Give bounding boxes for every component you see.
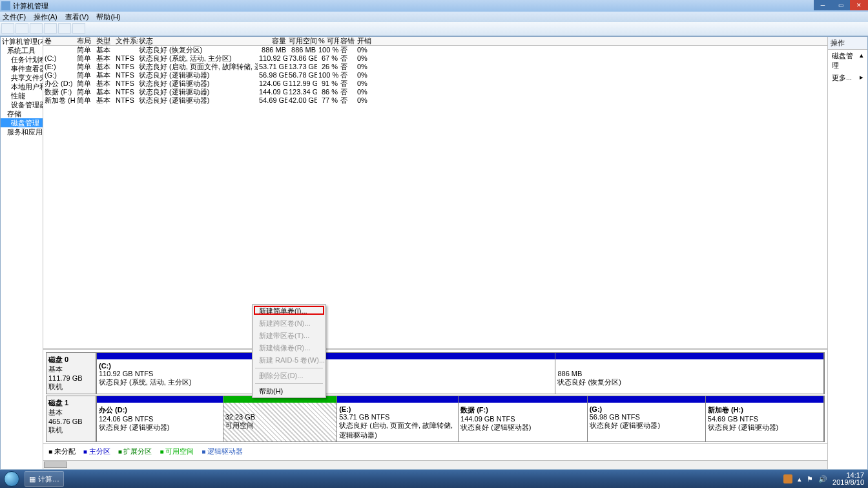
d1p1d: 状态良好 (逻辑驱动器) bbox=[99, 423, 169, 431]
title-bar: 计算机管理 bbox=[0, 0, 868, 12]
disk1-info[interactable]: 磁盘 1 基本 465.76 GB 联机 bbox=[46, 396, 96, 442]
volume-row[interactable]: (C:)简单基本NTFS状态良好 (系统, 活动, 主分区)110.92 GB7… bbox=[43, 54, 827, 63]
tree-storage[interactable]: 存储 bbox=[1, 109, 43, 118]
tree-local-users[interactable]: 本地用户和 bbox=[1, 82, 43, 91]
col-overhead[interactable]: 开销 bbox=[356, 37, 375, 45]
cell-fs bbox=[114, 46, 138, 54]
disk-row-0: 磁盘 0 基本 111.79 GB 联机 (C:) 110.92 GB NTFS… bbox=[46, 352, 825, 394]
disk0-part-recovery[interactable]: 886 MB 状态良好 (恢复分区) bbox=[555, 353, 824, 394]
toolbar-forward[interactable] bbox=[16, 23, 28, 34]
disk1-state: 联机 bbox=[48, 426, 63, 434]
tray-flag-icon[interactable]: ⚑ bbox=[807, 475, 813, 483]
disk1-part-e[interactable]: (E:) 53.71 GB NTFS 状态良好 (启动, 页面文件, 故障转储,… bbox=[337, 396, 459, 441]
logical-bar-icon bbox=[337, 396, 458, 403]
tree-root[interactable]: 计算机管理(本 bbox=[1, 37, 43, 46]
disk1-part-g[interactable]: (G:) 56.98 GB NTFS 状态良好 (逻辑驱动器) bbox=[588, 396, 706, 441]
menu-action[interactable]: 操作(A) bbox=[34, 12, 57, 22]
ctx-new-simple-volume[interactable]: 新建简单卷(I)... bbox=[253, 305, 326, 317]
cell-ovh: 0% bbox=[356, 54, 375, 63]
tray-chevron-icon[interactable]: ▴ bbox=[798, 475, 801, 483]
disk1-name: 磁盘 1 bbox=[48, 399, 68, 407]
toolbar-help[interactable] bbox=[58, 23, 71, 34]
tree-system-tools[interactable]: 系统工具 bbox=[1, 46, 43, 55]
disk-row-1: 磁盘 1 基本 465.76 GB 联机 办公 (D:) 124.06 GB N… bbox=[46, 396, 825, 442]
app-small-icon: ▦ bbox=[29, 475, 36, 483]
col-volume[interactable]: 卷 bbox=[43, 37, 76, 45]
disk0-part-c[interactable]: (C:) 110.92 GB NTFS 状态良好 (系统, 活动, 主分区) bbox=[97, 353, 555, 394]
tree-performance[interactable]: 性能 bbox=[1, 91, 43, 100]
cell-sts: 状态良好 (逻辑驱动器) bbox=[138, 80, 258, 88]
d1p5s: 56.98 GB NTFS bbox=[590, 413, 640, 421]
graphical-view: 磁盘 0 基本 111.79 GB 联机 (C:) 110.92 GB NTFS… bbox=[43, 348, 827, 460]
system-tray[interactable]: ▴ ⚑ 🔊 14:17 2019/8/10 bbox=[780, 472, 868, 486]
ctx-delete-partition: 删除分区(D)... bbox=[253, 370, 326, 382]
taskbar[interactable]: ▦ 计算… ▴ ⚑ 🔊 14:17 2019/8/10 bbox=[0, 470, 868, 488]
disk1-part-d[interactable]: 办公 (D:) 124.06 GB NTFS 状态良好 (逻辑驱动器) bbox=[97, 396, 223, 441]
col-fault[interactable]: 容错 bbox=[339, 37, 356, 45]
cell-fs: NTFS bbox=[114, 54, 138, 63]
d1p4t: 数据 (F:) bbox=[460, 406, 488, 414]
volume-row[interactable]: 简单基本状态良好 (恢复分区)886 MB886 MB100 %否0% bbox=[43, 46, 827, 54]
col-type[interactable]: 类型 bbox=[95, 37, 114, 45]
col-free[interactable]: 可用空间 bbox=[287, 37, 317, 45]
col-status[interactable]: 状态 bbox=[138, 37, 258, 45]
disk0-type: 基本 bbox=[48, 365, 63, 373]
menu-help[interactable]: 帮助(H) bbox=[96, 12, 120, 22]
menu-view[interactable]: 查看(V) bbox=[65, 12, 89, 22]
col-filesystem[interactable]: 文件系统 bbox=[114, 37, 138, 45]
volume-row[interactable]: (E:)简单基本NTFS状态良好 (启动, 页面文件, 故障转储, 逻辑驱动器)… bbox=[43, 63, 827, 71]
toolbar-view[interactable] bbox=[72, 23, 85, 34]
volume-row[interactable]: (G:)简单基本NTFS状态良好 (逻辑驱动器)56.98 GB56.78 GB… bbox=[43, 71, 827, 80]
cell-pct: 100 % bbox=[317, 46, 339, 54]
start-button[interactable] bbox=[0, 470, 23, 488]
tree-services-apps[interactable]: 服务和应用程 bbox=[1, 127, 43, 136]
toolbar-up[interactable] bbox=[30, 23, 43, 34]
h-scrollbar[interactable] bbox=[43, 460, 827, 469]
col-capacity[interactable]: 容量 bbox=[258, 37, 287, 45]
volume-list[interactable]: 简单基本状态良好 (恢复分区)886 MB886 MB100 %否0%(C:)简… bbox=[43, 46, 827, 105]
volume-row[interactable]: 数据 (F:)简单基本NTFS状态良好 (逻辑驱动器)144.09 GB123.… bbox=[43, 88, 827, 96]
tree-shared-folders[interactable]: 共享文件夹 bbox=[1, 73, 43, 82]
d1p6d: 状态良好 (逻辑驱动器) bbox=[708, 423, 778, 431]
nav-tree[interactable]: 计算机管理(本 系统工具 任务计划程 事件查看器 共享文件夹 本地用户和 性能 … bbox=[1, 37, 43, 469]
action-more[interactable]: 更多...▸ bbox=[828, 72, 867, 84]
volume-row[interactable]: 新加卷 (H:)简单基本NTFS状态良好 (逻辑驱动器)54.69 GB42.0… bbox=[43, 96, 827, 105]
cell-vol: 数据 (F:) bbox=[43, 88, 76, 96]
tray-sogou-icon[interactable] bbox=[783, 474, 792, 483]
tree-task-scheduler[interactable]: 任务计划程 bbox=[1, 55, 43, 64]
tree-event-viewer[interactable]: 事件查看器 bbox=[1, 64, 43, 73]
scroll-thumb[interactable] bbox=[44, 461, 67, 468]
disk1-part-h[interactable]: 新加卷 (H:) 54.69 GB NTFS 状态良好 (逻辑驱动器) bbox=[706, 396, 824, 441]
col-percent[interactable]: % 可用 bbox=[317, 37, 339, 45]
disk1-part-free[interactable]: 32.23 GB 可用空间 bbox=[223, 396, 337, 441]
taskbar-app-button[interactable]: ▦ 计算… bbox=[25, 471, 64, 487]
tree-disk-management[interactable]: 磁盘管理 bbox=[1, 118, 43, 127]
volume-header[interactable]: 卷 布局 类型 文件系统 状态 容量 可用空间 % 可用 容错 开销 bbox=[43, 37, 827, 46]
maximize-button[interactable]: ▭ bbox=[832, 0, 850, 10]
cell-lyt: 简单 bbox=[76, 63, 95, 71]
disk1-part-f[interactable]: 数据 (F:) 144.09 GB NTFS 状态良好 (逻辑驱动器) bbox=[459, 396, 588, 441]
tray-clock[interactable]: 14:17 2019/8/10 bbox=[832, 472, 864, 486]
tray-speaker-icon[interactable]: 🔊 bbox=[818, 475, 827, 483]
cell-typ: 基本 bbox=[95, 80, 114, 88]
tree-device-manager[interactable]: 设备管理器 bbox=[1, 100, 43, 109]
action-disk-mgmt[interactable]: 磁盘管理▴ bbox=[828, 50, 867, 72]
volume-row[interactable]: 办公 (D:)简单基本NTFS状态良好 (逻辑驱动器)124.06 GB112.… bbox=[43, 80, 827, 88]
d1p1s: 124.06 GB NTFS bbox=[99, 415, 153, 423]
cell-cap: 110.92 GB bbox=[258, 54, 287, 63]
logical-bar-icon bbox=[588, 396, 705, 403]
close-button[interactable]: ✕ bbox=[850, 0, 868, 10]
arrow-icon: ▸ bbox=[860, 73, 863, 83]
cell-typ: 基本 bbox=[95, 46, 114, 54]
col-layout[interactable]: 布局 bbox=[76, 37, 95, 45]
toolbar-back[interactable] bbox=[1, 23, 14, 34]
minimize-button[interactable]: ─ bbox=[814, 0, 832, 10]
cell-fs: NTFS bbox=[114, 71, 138, 80]
toolbar-refresh[interactable] bbox=[44, 23, 57, 34]
ctx-help[interactable]: 帮助(H) bbox=[253, 385, 326, 398]
cell-free: 73.86 GB bbox=[287, 54, 317, 63]
menu-file[interactable]: 文件(F) bbox=[3, 12, 26, 22]
d1p2s: 32.23 GB bbox=[225, 413, 255, 421]
d1p4s: 144.09 GB NTFS bbox=[460, 415, 515, 423]
disk0-info[interactable]: 磁盘 0 基本 111.79 GB 联机 bbox=[46, 352, 96, 394]
